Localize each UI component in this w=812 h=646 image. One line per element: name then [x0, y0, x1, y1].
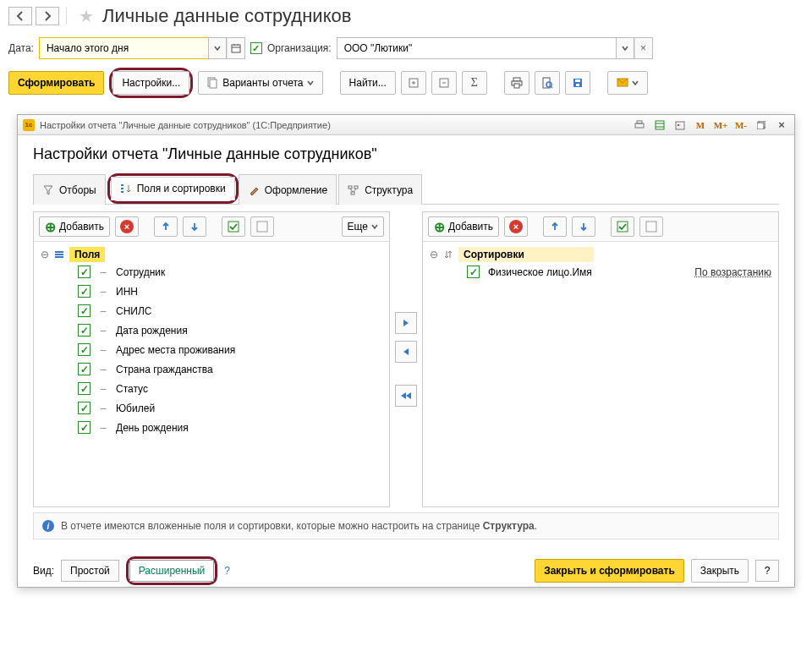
date-picker-button[interactable]: [227, 37, 245, 59]
email-button[interactable]: [607, 71, 648, 95]
date-input[interactable]: Начало этого дня: [39, 37, 208, 59]
sort-direction[interactable]: По возрастанию: [694, 266, 771, 278]
check-icon[interactable]: ✓: [78, 324, 91, 337]
settings-button[interactable]: Настройки...: [112, 71, 189, 95]
form-button[interactable]: Сформировать: [8, 71, 104, 95]
field-row[interactable]: ✓–Дата рождения: [41, 320, 382, 340]
svg-rect-26: [676, 122, 684, 129]
report-variants-button[interactable]: Варианты отчета: [198, 71, 322, 95]
check-icon[interactable]: ✓: [78, 382, 91, 395]
titlebar-mminus-button[interactable]: M-: [733, 118, 749, 132]
svg-rect-0: [232, 45, 240, 52]
expand-groups-button[interactable]: [401, 71, 426, 95]
check-icon[interactable]: ✓: [78, 285, 91, 298]
check-icon[interactable]: ✓: [78, 421, 91, 434]
tab-fields-sort[interactable]: Поля и сортировки: [111, 177, 235, 200]
caret-down-icon: [371, 223, 378, 230]
help-link[interactable]: ?: [224, 565, 230, 577]
collapse-toggle-icon[interactable]: ⊖: [41, 249, 49, 260]
nav-back-button[interactable]: [8, 7, 32, 25]
close-button[interactable]: Закрыть: [691, 559, 749, 583]
check-icon[interactable]: ✓: [78, 402, 91, 414]
check-icon[interactable]: ✓: [78, 304, 91, 317]
field-label: СНИЛС: [116, 305, 152, 317]
view-simple-button[interactable]: Простой: [61, 560, 119, 582]
sort-delete-button[interactable]: ×: [504, 216, 528, 237]
titlebar-calendar-icon[interactable]: [672, 118, 688, 132]
field-row[interactable]: ✓–ИНН: [41, 282, 382, 301]
fields-move-down[interactable]: [183, 216, 206, 237]
fields-uncheck-all[interactable]: [250, 216, 274, 237]
check-icon[interactable]: ✓: [78, 266, 91, 278]
titlebar-mplus-button[interactable]: M+: [713, 118, 728, 132]
titlebar-m-button[interactable]: M: [693, 118, 708, 132]
tab-design[interactable]: Оформление: [239, 174, 337, 205]
titlebar-close-button[interactable]: ×: [774, 118, 789, 132]
move-all-left-button[interactable]: [395, 385, 417, 407]
move-left-button[interactable]: [395, 341, 417, 363]
org-dropdown-button[interactable]: [616, 37, 634, 59]
find-button[interactable]: Найти...: [340, 71, 396, 95]
titlebar-print-icon[interactable]: [632, 118, 647, 132]
save-button[interactable]: [565, 71, 590, 95]
field-row[interactable]: ✓–Адрес места проживания: [41, 340, 382, 359]
modal-heading: Настройки отчета "Личные данные сотрудни…: [33, 145, 779, 163]
fields-add-button[interactable]: ⊕Добавить: [39, 216, 110, 237]
check-icon[interactable]: ✓: [78, 363, 91, 375]
field-label: День рождения: [116, 422, 189, 434]
move-right-button[interactable]: [395, 312, 417, 334]
view-advanced-button[interactable]: Расширенный: [129, 560, 215, 582]
field-row[interactable]: ✓–Страна гражданства: [41, 359, 382, 379]
help-button[interactable]: ?: [755, 560, 779, 582]
sort-tree-head[interactable]: ⊖ Сортировки: [430, 247, 771, 262]
print-button[interactable]: [504, 71, 529, 95]
fields-delete-button[interactable]: ×: [115, 216, 139, 237]
org-checkbox[interactable]: ✓: [250, 42, 262, 54]
field-row[interactable]: ✓–Сотрудник: [41, 262, 382, 282]
svg-line-37: [354, 189, 356, 192]
fields-tree[interactable]: ⊖ Поля ✓–Сотрудник✓–ИНН✓–СНИЛС✓–Дата рож…: [34, 242, 389, 506]
dash-icon: –: [99, 305, 107, 317]
sort-move-up[interactable]: [543, 216, 567, 237]
svg-rect-35: [351, 192, 354, 194]
arrow-up-icon: [550, 222, 560, 232]
org-clear-button[interactable]: ×: [634, 37, 653, 59]
collapse-toggle-icon[interactable]: ⊖: [430, 249, 438, 260]
fields-move-up[interactable]: [154, 216, 178, 237]
sort-add-button[interactable]: ⊕Добавить: [428, 216, 499, 237]
sort-icon: [443, 249, 453, 260]
tab-structure[interactable]: Структура: [338, 174, 422, 205]
collapse-groups-button[interactable]: [431, 71, 457, 95]
field-row[interactable]: ✓–СНИЛС: [41, 301, 382, 320]
preview-button[interactable]: [535, 71, 560, 95]
date-dropdown-button[interactable]: [208, 37, 227, 59]
sort-check-all[interactable]: [611, 216, 634, 237]
titlebar-grid-icon[interactable]: [652, 118, 667, 132]
sort-tree[interactable]: ⊖ Сортировки ✓ Физическое лицо.Имя По во…: [423, 242, 778, 506]
svg-rect-29: [757, 123, 764, 129]
fields-check-all[interactable]: [222, 216, 245, 237]
sum-button[interactable]: Σ: [462, 71, 487, 95]
sort-move-down[interactable]: [572, 216, 595, 237]
field-row[interactable]: ✓–Статус: [41, 379, 382, 398]
sort-uncheck-all[interactable]: [639, 216, 663, 237]
field-row[interactable]: ✓–День рождения: [41, 418, 382, 437]
tab-filters[interactable]: Отборы: [33, 174, 106, 205]
sort-item[interactable]: ✓ Физическое лицо.Имя По возрастанию: [430, 262, 771, 282]
favorite-star-icon[interactable]: ★: [79, 6, 94, 26]
org-input[interactable]: ООО "Лютики": [337, 37, 616, 59]
arrow-up-icon: [161, 222, 171, 232]
fields-tree-head[interactable]: ⊖ Поля: [41, 247, 382, 262]
fields-more-button[interactable]: Еще: [342, 216, 384, 237]
plus-icon: ⊕: [45, 219, 56, 235]
nav-forward-button[interactable]: [36, 7, 59, 25]
check-icon[interactable]: ✓: [78, 343, 91, 356]
field-row[interactable]: ✓–Юбилей: [41, 398, 382, 418]
modal-titlebar[interactable]: 1c Настройки отчета "Личные данные сотру…: [18, 115, 794, 135]
close-and-form-button[interactable]: Закрыть и сформировать: [535, 559, 684, 583]
org-input-group: ООО "Лютики" ×: [337, 37, 653, 59]
check-icon[interactable]: ✓: [467, 266, 480, 278]
titlebar-restore-button[interactable]: [754, 118, 769, 132]
svg-rect-38: [228, 222, 239, 232]
modal-body: Настройки отчета "Личные данные сотрудни…: [18, 135, 794, 548]
